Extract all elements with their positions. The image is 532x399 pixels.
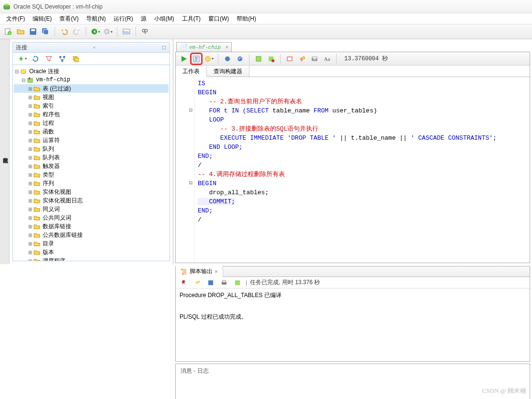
- expand-icon[interactable]: ⊞: [27, 241, 33, 246]
- undo-icon[interactable]: [59, 26, 69, 37]
- save-icon[interactable]: [28, 26, 38, 37]
- expand-icon[interactable]: ⊞: [27, 146, 33, 152]
- tree-item[interactable]: ⊞程序包: [14, 110, 169, 119]
- expand-icon[interactable]: ⊞: [27, 164, 33, 169]
- add-conn-icon[interactable]: +: [17, 54, 27, 64]
- rollback-icon[interactable]: ↶: [235, 54, 245, 64]
- tree-item[interactable]: ⊞同义词: [14, 205, 169, 213]
- pin-icon[interactable]: [179, 277, 189, 288]
- tree-item[interactable]: ⊞触发器: [14, 162, 169, 170]
- menu-help[interactable]: 帮助(H): [233, 14, 260, 24]
- expand-icon[interactable]: ⊞: [27, 103, 33, 109]
- tree-item[interactable]: ⊞版本: [14, 248, 169, 256]
- tree-item[interactable]: ⊞实体化视图: [14, 188, 169, 196]
- code-editor[interactable]: IS BEGIN -- 2.查询当前用户下的所有表名 FOR t IN (SEL…: [195, 77, 530, 263]
- script-icon[interactable]: [232, 277, 243, 288]
- expand-icon[interactable]: ⊟: [21, 78, 26, 83]
- expand-icon[interactable]: ⊞: [27, 189, 33, 195]
- expand-icon[interactable]: ⊞: [27, 258, 33, 262]
- copy-icon[interactable]: [70, 54, 81, 64]
- menu-view[interactable]: 查看(V): [56, 14, 82, 24]
- close-icon[interactable]: □: [161, 44, 167, 51]
- sql-tuning-icon[interactable]: [284, 54, 295, 64]
- case-icon[interactable]: Aa: [322, 54, 332, 64]
- print-icon[interactable]: [219, 277, 229, 288]
- tree-item[interactable]: ⊞队列: [14, 144, 169, 153]
- run-script-icon[interactable]: [191, 54, 202, 64]
- tree-root[interactable]: ⊟ Oracle 连接: [14, 67, 169, 76]
- output-body[interactable]: Procedure DROP_ALL_TABLES 已编译 PL/SQL 过程已…: [176, 288, 530, 361]
- clear-icon[interactable]: [192, 277, 203, 288]
- tree-item[interactable]: ⊞视图: [14, 93, 169, 101]
- menu-tools[interactable]: 工具(T): [179, 14, 204, 24]
- tree-item[interactable]: ⊞公共同义词: [14, 213, 169, 222]
- tree-item[interactable]: ⊞过程: [14, 119, 169, 127]
- tree-item[interactable]: ⊞调度程序: [14, 256, 169, 261]
- menu-edit[interactable]: 编辑(E): [29, 14, 55, 24]
- menu-window[interactable]: 窗口(W): [205, 14, 232, 24]
- editor-tab[interactable]: 📄vm-hf-chip ×: [176, 42, 232, 52]
- expand-icon[interactable]: ⊞: [27, 181, 33, 186]
- worksheet-tab[interactable]: 工作表: [176, 66, 207, 77]
- conn-vm-hf-chip[interactable]: ⊟ vm-hf-chip: [14, 76, 169, 84]
- refresh-icon[interactable]: [30, 54, 41, 64]
- menu-file[interactable]: 文件(F): [3, 14, 28, 24]
- menu-nav[interactable]: 导航(N): [83, 14, 109, 24]
- expand-icon[interactable]: ⊞: [27, 233, 33, 238]
- commit-icon[interactable]: [222, 54, 233, 64]
- tree-item[interactable]: ⊞数据库链接: [14, 222, 169, 231]
- expand-icon[interactable]: ⊞: [27, 95, 33, 100]
- tree-item[interactable]: ⊞队列表: [14, 153, 169, 162]
- menu-source[interactable]: 源: [137, 14, 150, 24]
- redo-icon[interactable]: [71, 26, 82, 37]
- left-gutter-tab[interactable]: 在线数据库对象: [0, 39, 10, 264]
- close-icon[interactable]: ×: [225, 44, 228, 50]
- run-icon[interactable]: [179, 54, 189, 64]
- saveall-icon[interactable]: [40, 26, 51, 37]
- tree-item[interactable]: ⊞类型: [14, 170, 169, 179]
- explain-icon[interactable]: [204, 54, 214, 64]
- expand-icon[interactable]: ⊞: [27, 215, 33, 221]
- tree-item[interactable]: ⊞索引: [14, 101, 169, 110]
- sql-icon[interactable]: SQL: [121, 26, 132, 37]
- expand-icon[interactable]: ⊞: [27, 250, 33, 255]
- expand-icon[interactable]: ⊞: [27, 112, 33, 117]
- expand-icon[interactable]: ⊟: [14, 69, 20, 74]
- menu-team[interactable]: 小组(M): [151, 14, 178, 24]
- clear-icon[interactable]: [297, 54, 307, 64]
- close-icon[interactable]: ×: [215, 268, 218, 275]
- tree-item[interactable]: ⊞表 (已过滤): [14, 84, 169, 93]
- expand-icon[interactable]: ⊞: [27, 129, 33, 134]
- output-tab[interactable]: 📜 脚本输出 ×: [176, 266, 223, 277]
- back-icon[interactable]: [90, 26, 101, 37]
- expand-icon[interactable]: ⊞: [27, 224, 33, 229]
- filter-icon[interactable]: [44, 54, 54, 64]
- tree-item[interactable]: ⊞函数: [14, 127, 169, 136]
- new-icon[interactable]: +: [3, 26, 13, 37]
- expand-icon[interactable]: ⊞: [27, 121, 33, 126]
- tree-item[interactable]: ⊞目录: [14, 239, 169, 248]
- menu-run[interactable]: 运行(R): [110, 14, 136, 24]
- forward-icon[interactable]: [102, 26, 113, 37]
- find-icon[interactable]: [140, 26, 150, 37]
- code-area[interactable]: ⊟⊟ IS BEGIN -- 2.查询当前用户下的所有表名 FOR t IN (…: [176, 77, 530, 263]
- tree-item[interactable]: ⊞公共数据库链接: [14, 231, 169, 239]
- autotrace2-icon[interactable]: [266, 54, 276, 64]
- minimize-icon[interactable]: ▫: [92, 44, 96, 51]
- expand-icon[interactable]: ⊞: [27, 172, 33, 177]
- save-icon[interactable]: [205, 277, 216, 288]
- query-builder-tab[interactable]: 查询构建器: [207, 66, 249, 77]
- tree-icon[interactable]: [57, 54, 68, 64]
- tree-item[interactable]: ⊞运算符: [14, 136, 169, 144]
- expand-icon[interactable]: ⊞: [27, 86, 33, 91]
- expand-icon[interactable]: ⊞: [27, 207, 33, 212]
- connections-tree[interactable]: ⊟ Oracle 连接 ⊟ vm-hf-chip ⊞表 (已过滤)⊞视图⊞索引⊞…: [12, 65, 170, 261]
- autotrace-icon[interactable]: [253, 54, 264, 64]
- expand-icon[interactable]: ⊞: [27, 198, 33, 203]
- tree-item[interactable]: ⊞序列: [14, 179, 169, 188]
- expand-icon[interactable]: ⊞: [27, 138, 33, 143]
- expand-icon[interactable]: ⊞: [27, 155, 33, 160]
- tree-item[interactable]: ⊞实体化视图日志: [14, 196, 169, 205]
- open-icon[interactable]: [15, 26, 26, 37]
- history-icon[interactable]: SQL: [309, 54, 320, 64]
